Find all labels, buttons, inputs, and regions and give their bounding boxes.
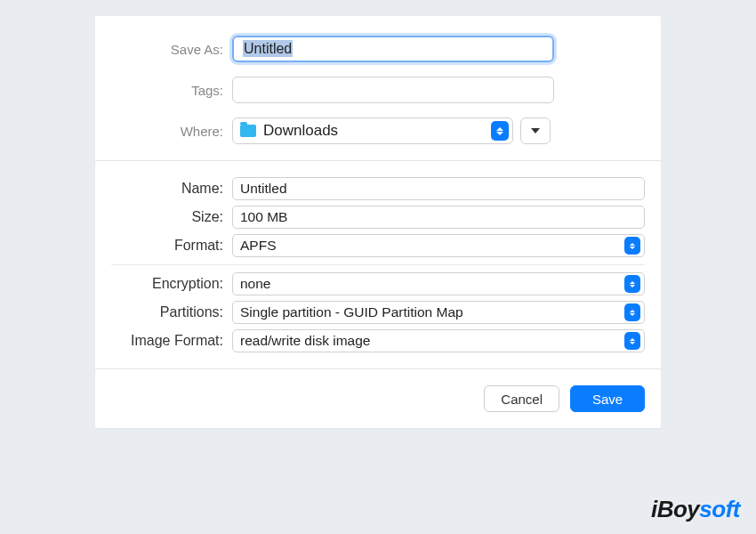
expand-button[interactable]: [520, 117, 551, 144]
button-bar: Cancel Save: [95, 369, 661, 428]
tags-row: Tags:: [111, 77, 645, 103]
tags-input[interactable]: [232, 77, 554, 103]
format-label: Format:: [111, 238, 232, 254]
encryption-row: Encryption: none: [111, 272, 645, 295]
name-value: Untitled: [240, 181, 287, 197]
updown-icon: [624, 275, 640, 293]
size-input[interactable]: 100 MB: [232, 206, 645, 229]
folder-icon: [240, 125, 256, 137]
watermark-suffix: soft: [699, 496, 740, 522]
partitions-row: Partitions: Single partition - GUID Part…: [111, 301, 645, 324]
options-section: Name: Untitled Size: 100 MB Format: APFS: [95, 160, 661, 369]
format-row: Format: APFS: [111, 234, 645, 257]
image-format-select[interactable]: read/write disk image: [232, 329, 645, 352]
name-input[interactable]: Untitled: [232, 177, 645, 200]
watermark: iBoysoft: [651, 496, 740, 523]
image-format-label: Image Format:: [111, 333, 232, 349]
encryption-select[interactable]: none: [232, 272, 645, 295]
updown-icon: [624, 332, 640, 350]
updown-icon: [491, 121, 509, 141]
save-button[interactable]: Save: [570, 385, 645, 412]
partitions-value: Single partition - GUID Partition Map: [240, 304, 463, 320]
save-section: Save As: Untitled Tags: Where: Downloads: [95, 16, 661, 160]
partitions-label: Partitions:: [111, 304, 232, 320]
save-as-value: Untitled: [243, 40, 293, 57]
divider: [111, 264, 645, 265]
save-dialog: Save As: Untitled Tags: Where: Downloads: [95, 16, 661, 428]
name-label: Name:: [111, 181, 232, 197]
encryption-value: none: [240, 276, 270, 292]
save-as-input[interactable]: Untitled: [232, 36, 554, 62]
where-value: Downloads: [263, 122, 338, 140]
save-as-row: Save As: Untitled: [111, 36, 645, 62]
chevron-down-icon: [531, 128, 540, 134]
format-select[interactable]: APFS: [232, 234, 645, 257]
image-format-value: read/write disk image: [240, 333, 370, 349]
format-value: APFS: [240, 238, 276, 254]
cancel-button[interactable]: Cancel: [484, 385, 559, 412]
name-row: Name: Untitled: [111, 177, 645, 200]
updown-icon: [624, 237, 640, 255]
size-row: Size: 100 MB: [111, 206, 645, 229]
where-select[interactable]: Downloads: [232, 117, 513, 144]
encryption-label: Encryption:: [111, 276, 232, 292]
updown-icon: [624, 303, 640, 321]
size-value: 100 MB: [240, 209, 287, 225]
image-format-row: Image Format: read/write disk image: [111, 329, 645, 352]
save-as-label: Save As:: [111, 42, 232, 57]
tags-label: Tags:: [111, 83, 232, 98]
watermark-prefix: iBoy: [651, 496, 699, 522]
partitions-select[interactable]: Single partition - GUID Partition Map: [232, 301, 645, 324]
where-row: Where: Downloads: [111, 117, 645, 144]
where-label: Where:: [111, 124, 232, 139]
size-label: Size:: [111, 209, 232, 225]
